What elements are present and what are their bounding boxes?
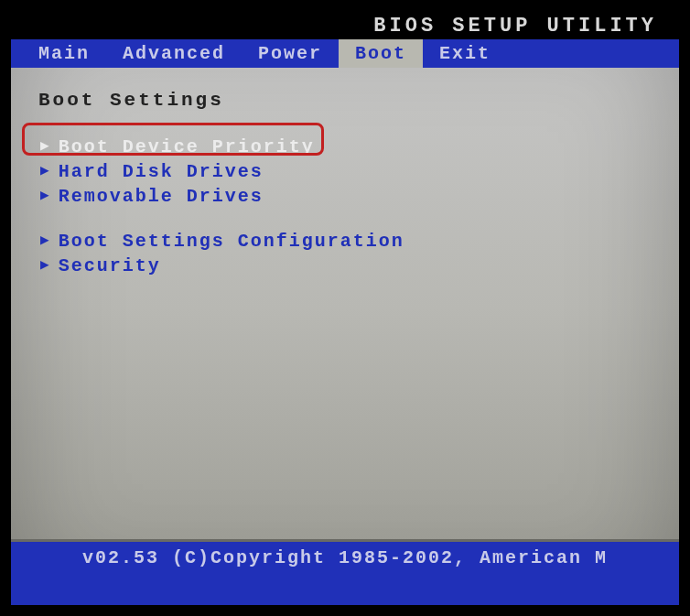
menu-label: Boot (355, 43, 406, 64)
section-title: Boot Settings (38, 90, 652, 111)
option-label: Boot Device Priority (59, 135, 315, 159)
option-label: Boot Settings Configuration (59, 229, 404, 254)
option-removable-drives[interactable]: ▶ Removable Drives (38, 184, 652, 209)
option-boot-device-priority[interactable]: ▶ Boot Device Priority (38, 135, 652, 159)
content-pane: Boot Settings ▶ Boot Device Priority ▶ H… (11, 68, 679, 539)
option-boot-settings-configuration[interactable]: ▶ Boot Settings Configuration (38, 229, 652, 254)
menu-tab-main[interactable]: Main (11, 39, 106, 68)
option-hard-disk-drives[interactable]: ▶ Hard Disk Drives (38, 159, 652, 184)
menu-label: Power (258, 43, 322, 64)
menu-label: Main (38, 43, 90, 64)
triangle-right-icon: ▶ (40, 162, 51, 182)
menu-tab-exit[interactable]: Exit (423, 39, 507, 68)
menu-bar: Main Advanced Power Boot Exit (11, 39, 679, 68)
triangle-right-icon: ▶ (40, 256, 51, 276)
spacer (38, 209, 652, 229)
bios-screen: BIOS SETUP UTILITY Main Advanced Power B… (11, 11, 679, 605)
app-title: BIOS SETUP UTILITY (373, 15, 657, 38)
triangle-right-icon: ▶ (40, 137, 51, 157)
menu-tab-boot[interactable]: Boot (339, 39, 423, 68)
menu-tab-advanced[interactable]: Advanced (106, 39, 242, 68)
menu-label: Exit (439, 43, 491, 64)
footer-bar: v02.53 (C)Copyright 1985-2002, American … (11, 542, 679, 605)
title-bar: BIOS SETUP UTILITY (11, 11, 679, 39)
menu-tab-power[interactable]: Power (242, 39, 339, 68)
triangle-right-icon: ▶ (40, 187, 51, 207)
copyright-text: v02.53 (C)Copyright 1985-2002, American … (82, 547, 608, 568)
menu-label: Advanced (123, 43, 225, 64)
option-label: Removable Drives (59, 184, 264, 209)
triangle-right-icon: ▶ (40, 232, 51, 252)
option-label: Security (59, 254, 161, 278)
option-security[interactable]: ▶ Security (38, 254, 652, 278)
option-label: Hard Disk Drives (59, 159, 264, 184)
